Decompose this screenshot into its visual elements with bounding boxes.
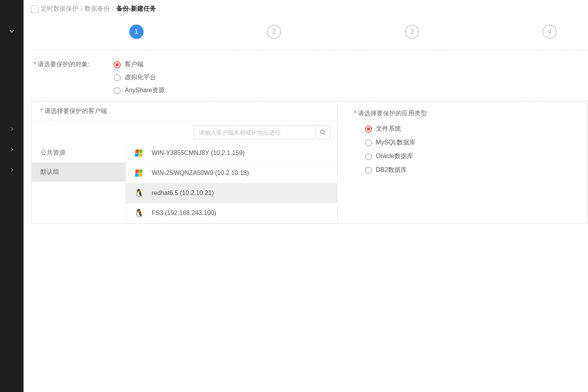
chevron-right-icon [10,168,14,172]
apptype-label: *请选择要保护的应用类型 [338,102,587,122]
chevron-down-icon [9,28,15,35]
sidebar-toggle[interactable] [0,24,24,40]
client-row[interactable]: 🐧 redhat6.5 (10.2.10.21) [126,183,337,203]
radio-anyshare[interactable]: AnyShare资源 [114,86,165,95]
radio-label: AnyShare资源 [125,86,165,95]
breadcrumb-sep: / [112,5,114,13]
search-icon [319,129,326,135]
windows-icon [134,169,143,177]
radio-icon [365,153,372,160]
radio-label: 文件系统 [376,125,401,133]
device-icon [31,5,38,13]
breadcrumb-link-1[interactable]: 定时数据保护 [41,5,78,13]
linux-icon: 🐧 [134,209,143,217]
radio-db2[interactable]: DB2数据库 [365,166,587,174]
chevron-right-icon [10,127,14,131]
radio-label: Oracle数据库 [376,152,413,160]
chevron-right-icon [10,148,14,151]
radio-virtual[interactable]: 虚拟化平台 [114,73,165,82]
step-4[interactable]: 4 [543,25,557,39]
radio-icon [365,139,372,146]
svg-point-0 [320,130,324,134]
sidebar-nav-1[interactable] [0,119,24,139]
radio-label: DB2数据库 [376,166,407,174]
sidebar [0,0,24,392]
radio-icon [114,74,121,81]
client-panel-title: *请选择要保护的客户端 [32,102,337,121]
radio-filesystem[interactable]: 文件系统 [365,125,587,133]
apptype-panel: *请选择要保护的应用类型 文件系统 MySQL数据库 Oracle数据库 [337,101,588,224]
group-default[interactable]: 默认组 [32,162,125,182]
client-panel: *请选择要保护的客户端 公共资源 默认组 [31,101,337,224]
radio-label: MySQL数据库 [376,139,416,147]
client-label: redhat6.5 (10.2.10.21) [152,190,214,197]
client-search-input[interactable] [194,125,315,139]
radio-icon [114,61,121,68]
sidebar-nav-2[interactable] [0,139,24,160]
step-1[interactable]: 1 [129,25,143,39]
linux-icon: 🐧 [134,189,143,197]
client-label: FS3 (192.168.243.100) [152,210,216,217]
object-section-label: *请选要保护的对象: [31,60,114,69]
client-row[interactable]: WIN-Y3855CMNJ8Y (10.2.1.159) [126,143,337,163]
wizard-steps: 1 2 3 4 [31,18,588,50]
svg-line-1 [324,133,325,135]
client-row[interactable]: WIN-2SWQNZA50W9 (10.2.10.18) [126,163,337,183]
sidebar-nav-3[interactable] [0,160,24,180]
step-3[interactable]: 3 [405,25,419,39]
windows-icon [134,149,143,157]
radio-client[interactable]: 客户端 [114,60,165,69]
client-list: WIN-Y3855CMNJ8Y (10.2.1.159) WIN-2SWQNZA… [126,143,337,223]
radio-mysql[interactable]: MySQL数据库 [365,139,587,147]
radio-oracle[interactable]: Oracle数据库 [365,152,587,160]
radio-icon [114,87,121,94]
group-list: 公共资源 默认组 [32,143,126,223]
group-public[interactable]: 公共资源 [32,143,125,162]
radio-icon [365,126,372,133]
breadcrumb-sep: / [81,5,82,13]
radio-label: 客户端 [125,60,143,69]
breadcrumb-link-2[interactable]: 数据备份 [85,5,110,13]
step-2[interactable]: 2 [267,25,281,39]
client-search-button[interactable] [315,125,330,139]
radio-label: 虚拟化平台 [125,73,156,82]
client-label: WIN-2SWQNZA50W9 (10.2.10.18) [152,170,249,177]
breadcrumb: 定时数据保护 / 数据备份 / 备份-新建任务 [31,0,588,18]
radio-icon [365,167,372,174]
client-row[interactable]: 🐧 FS3 (192.168.243.100) [126,203,337,223]
client-label: WIN-Y3855CMNJ8Y (10.2.1.159) [152,150,245,157]
breadcrumb-current: 备份-新建任务 [116,5,156,13]
